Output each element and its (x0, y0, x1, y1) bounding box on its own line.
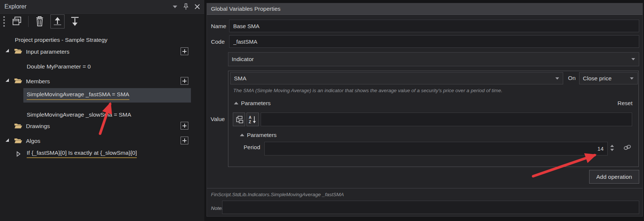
member-path-text: FinScript.StdLib.Indicators.SimpleMoving… (211, 192, 344, 197)
footer-divider (207, 188, 643, 188)
explorer-title: Explorer (4, 3, 27, 10)
add-node-button[interactable] (181, 77, 188, 85)
collapse-section-caret-icon[interactable] (234, 102, 238, 104)
categorized-view-icon (235, 115, 243, 124)
code-label: Code (211, 38, 225, 45)
spinner-down-icon[interactable] (610, 149, 614, 151)
collapse-section-caret-icon[interactable] (240, 134, 244, 136)
notes-input[interactable] (222, 201, 639, 214)
tree-item-fastsma-selected[interactable]: SimpleMovingAverage _fastSMA = SMA (23, 88, 191, 103)
properties-title: Global Variables Properties (211, 6, 281, 12)
svg-text:A: A (249, 115, 251, 120)
parameter-filter-input[interactable] (261, 113, 632, 126)
add-node-button[interactable] (181, 122, 188, 130)
reset-button[interactable]: Reset (618, 100, 633, 107)
period-spinner[interactable] (610, 145, 614, 151)
tree-item-myparameter[interactable]: Double MyParameter = 0 (27, 63, 91, 70)
expand-caret-icon[interactable] (6, 138, 9, 142)
explorer-titlebar: Explorer (0, 0, 204, 14)
drag-grip-icon[interactable] (3, 16, 5, 27)
tree-item-members[interactable]: Members (26, 78, 50, 85)
tree-item-if-condition[interactable]: If {_fastSMA}[0] Is exactly at {_slowSma… (27, 150, 137, 156)
parameters-header[interactable]: Parameters (241, 100, 271, 107)
trash-icon (35, 16, 44, 27)
folder-open-icon (14, 77, 22, 84)
dropdown-caret-icon (631, 58, 635, 60)
tree-item-input-parameters[interactable]: Input parameters (26, 48, 69, 55)
code-input[interactable] (229, 35, 639, 48)
properties-header: Global Variables Properties (207, 3, 643, 15)
close-icon (195, 4, 200, 9)
properties-panel: Global Variables Properties Name Code In… (207, 3, 643, 217)
cascade-windows-icon (11, 16, 23, 27)
pin-panel-button[interactable] (183, 3, 189, 10)
period-label: Period (244, 144, 260, 151)
explorer-toolbar (0, 14, 204, 29)
move-down-button[interactable] (68, 14, 82, 29)
folder-open-icon (14, 137, 22, 144)
indicator-dropdown-value: SMA (234, 75, 555, 82)
app-window: Explorer (0, 0, 644, 221)
value-label: Value (211, 116, 225, 123)
price-source-dropdown[interactable]: Close price (579, 72, 638, 84)
spinner-up-icon[interactable] (610, 145, 614, 147)
tree-root-label[interactable]: Project properties - Sample Strategy (15, 37, 108, 43)
parameters-group-header[interactable]: Parameters (247, 132, 277, 138)
on-label: On (568, 75, 576, 81)
toolbar-separator (28, 16, 29, 27)
tree-item-fastsma-label: SimpleMovingAverage _fastSMA = SMA (27, 91, 129, 100)
collapse-caret-icon[interactable] (16, 151, 21, 157)
dropdown-caret-icon (630, 77, 634, 80)
price-source-dropdown-value: Close price (583, 75, 630, 82)
value-type-dropdown-value: Indicator (232, 56, 631, 63)
sort-alphabetical-button[interactable]: A Z (247, 113, 259, 126)
add-node-button[interactable] (181, 137, 188, 144)
cascade-windows-button[interactable] (10, 14, 24, 29)
move-down-icon (69, 16, 80, 27)
indicator-description: The SMA (Simple Moving Average) is an in… (233, 88, 502, 93)
move-up-icon (52, 16, 63, 27)
tree-item-drawings[interactable]: Drawings (26, 123, 50, 130)
tree-item-if-label: If {_fastSMA}[0] Is exactly at {_slowSma… (27, 150, 137, 158)
categorize-button[interactable] (233, 113, 245, 126)
sort-az-icon: A Z (248, 115, 257, 124)
name-input[interactable] (229, 20, 639, 32)
link-parameter-button[interactable] (623, 144, 632, 151)
explorer-panel: Explorer (0, 0, 204, 221)
add-node-button[interactable] (181, 47, 188, 55)
folder-open-icon (14, 48, 22, 54)
name-label: Name (211, 23, 226, 30)
svg-text:Z: Z (249, 120, 251, 124)
expand-caret-icon[interactable] (6, 49, 9, 52)
expand-caret-icon[interactable] (6, 78, 9, 82)
dropdown-caret-icon (173, 6, 177, 8)
delete-node-button[interactable] (33, 14, 47, 29)
tree-item-slowsma[interactable]: SimpleMovingAverage _slowSma = SMA (27, 111, 131, 118)
add-operation-button[interactable]: Add operation (589, 170, 639, 184)
pin-icon (183, 3, 189, 10)
move-up-button[interactable] (50, 14, 65, 29)
dropdown-caret-icon (555, 77, 559, 80)
close-panel-button[interactable] (195, 4, 200, 9)
period-input[interactable] (264, 142, 608, 155)
folder-open-icon (14, 123, 22, 129)
value-type-dropdown[interactable]: Indicator (228, 52, 639, 66)
link-icon (623, 144, 632, 151)
tree-item-algos[interactable]: Algos (26, 138, 40, 144)
indicator-group: SMA On Close price The SMA (Simple Movin… (228, 71, 639, 167)
panel-menu-button[interactable] (173, 6, 177, 8)
indicator-dropdown[interactable]: SMA (230, 72, 563, 84)
